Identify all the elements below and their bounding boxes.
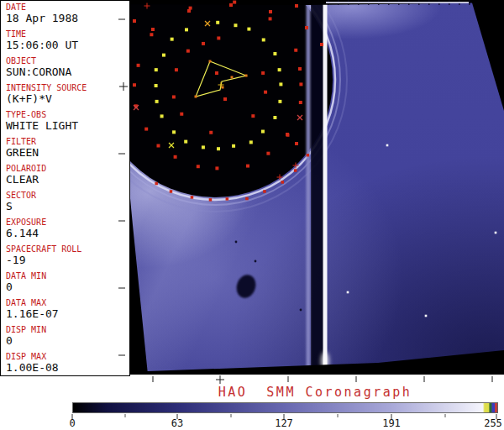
fiducial-dot-red xyxy=(229,3,233,7)
field-value: 1.16E-07 xyxy=(6,307,129,321)
fiducial-dot-red xyxy=(151,28,155,31)
pylon-shadow xyxy=(311,0,323,373)
red-inner-ring-dot xyxy=(209,131,213,134)
field-label: SECTOR xyxy=(6,191,129,200)
metadata-field: TYPE-OBSWHITE LIGHT xyxy=(6,110,129,133)
white-speck xyxy=(386,144,389,147)
colorbar-tick-label: 0 xyxy=(69,417,75,429)
red-edge-ring-dot xyxy=(294,169,297,172)
coronagraph-image xyxy=(126,0,504,375)
red-outer-ring-dot xyxy=(150,33,153,36)
red-outer-ring-dot xyxy=(137,64,140,67)
red-edge-ring-dot xyxy=(209,198,213,202)
field-value: 0 xyxy=(6,281,129,294)
field-label: FILTER xyxy=(6,137,129,146)
field-label: OBJECT xyxy=(6,56,129,66)
metadata-field: SECTORS xyxy=(6,191,129,213)
red-inner-ring-dot xyxy=(202,42,205,45)
red-edge-ring-dot xyxy=(170,190,173,193)
red-inner-ring-dot xyxy=(251,114,255,118)
top-edge-highlight xyxy=(326,2,469,3)
red-inner-ring-dot xyxy=(172,95,176,98)
field-label: EXPOSURE xyxy=(6,218,129,227)
field-label: TYPE-OBS xyxy=(6,110,129,119)
field-value: (K+F)*V xyxy=(6,92,129,106)
yellow-fiducial-ring-dot xyxy=(232,144,235,148)
yellow-fiducial-ring-dot xyxy=(172,130,176,134)
polygon-vertex-dot xyxy=(231,76,234,79)
red-outer-ring-dot xyxy=(174,155,177,159)
yellow-fiducial-ring-dot xyxy=(155,84,158,87)
red-outer-ring-dot xyxy=(299,101,302,104)
yellow-fiducial-ring-dot xyxy=(155,100,159,103)
red-inner-ring-dot xyxy=(180,113,183,116)
red-outer-ring-dot xyxy=(144,128,148,131)
metadata-field: DATA MIN0 xyxy=(6,271,129,294)
fiducial-dot-red xyxy=(215,71,218,75)
pylon-soft-line xyxy=(307,0,311,373)
fiducial-dot-red xyxy=(320,43,323,46)
colorbar-tick-label: 63 xyxy=(171,417,183,429)
fiducial-dot-red xyxy=(187,9,191,13)
fiducial-dot-red xyxy=(133,19,136,23)
red-outer-ring-dot xyxy=(197,165,200,168)
field-value: 6.144 xyxy=(6,227,129,240)
occulting-disk xyxy=(126,0,333,197)
red-edge-ring-dot xyxy=(263,190,266,193)
field-label: POLAROID xyxy=(6,164,129,173)
red-outer-ring-dot xyxy=(294,49,297,52)
yellow-fiducial-ring-dot xyxy=(247,28,250,31)
coronagraph-scene xyxy=(126,0,504,375)
metadata-field: TIME15:06:00 UT xyxy=(6,29,129,52)
yellow-fiducial-ring-dot xyxy=(171,38,174,41)
metadata-field: INTENSITY SOURCE(K+F)*V xyxy=(6,83,129,106)
field-value: SUN:CORONA xyxy=(6,66,129,79)
field-label: TIME xyxy=(6,29,129,39)
yellow-fiducial-ring-dot xyxy=(261,130,265,134)
red-outer-ring-dot xyxy=(233,1,236,4)
white-speck xyxy=(425,315,428,317)
red-outer-ring-dot xyxy=(133,83,136,87)
red-inner-ring-dot xyxy=(175,68,178,71)
yellow-fiducial-ring-dot xyxy=(273,116,276,119)
field-value: 15:06:00 UT xyxy=(6,39,129,52)
dust-blob xyxy=(234,272,259,300)
field-value: GREEN xyxy=(6,146,129,160)
colorbar-tick-label: 127 xyxy=(275,417,293,429)
field-label: DATA MAX xyxy=(6,298,129,307)
yellow-fiducial-ring-dot xyxy=(202,145,205,149)
metadata-field: OBJECTSUN:CORONA xyxy=(6,56,129,79)
colorbar-tick-label: 255 xyxy=(484,417,502,429)
yellow-fiducial-ring-dot xyxy=(162,54,165,57)
red-edge-ring-dot xyxy=(307,154,310,157)
red-outer-ring-dot xyxy=(269,17,272,20)
red-inner-ring-dot xyxy=(217,36,220,39)
field-value: CLEAR xyxy=(6,173,129,186)
metadata-field: DATE18 Apr 1988 xyxy=(6,3,129,25)
metadata-field: POLAROIDCLEAR xyxy=(6,164,129,186)
red-inner-ring-dot xyxy=(264,91,267,94)
red-inner-ring-dot xyxy=(186,50,190,53)
metadata-panel: DATE18 Apr 1988 TIME15:06:00 UT OBJECTSU… xyxy=(0,0,130,376)
yellow-fiducial-ring-dot xyxy=(217,147,220,150)
yellow-fiducial-ring-dot xyxy=(184,140,187,144)
red-outer-ring-dot xyxy=(215,166,218,170)
yellow-fiducial-ring-dot xyxy=(234,24,237,27)
white-speck xyxy=(495,232,497,234)
colorbar xyxy=(72,402,498,413)
fiducial-dot-red xyxy=(295,142,298,145)
yellow-fiducial-ring-dot xyxy=(185,28,188,31)
yellow-fiducial-ring-dot xyxy=(273,52,276,55)
field-value: -19 xyxy=(6,254,129,267)
polygon-vertex-dot xyxy=(222,87,224,89)
field-value: 18 Apr 1988 xyxy=(6,12,129,25)
fiducial-dot-red xyxy=(223,97,227,101)
red-outer-ring-dot xyxy=(156,144,160,148)
white-speck xyxy=(347,291,349,294)
field-value: 0 xyxy=(6,334,129,348)
field-value: 1.00E-08 xyxy=(6,361,129,375)
red-outer-ring-dot xyxy=(299,82,302,86)
fiducial-dot-red xyxy=(295,4,298,8)
fiducial-dot-red xyxy=(305,26,308,29)
colorbar-tick-label: 191 xyxy=(382,417,401,429)
